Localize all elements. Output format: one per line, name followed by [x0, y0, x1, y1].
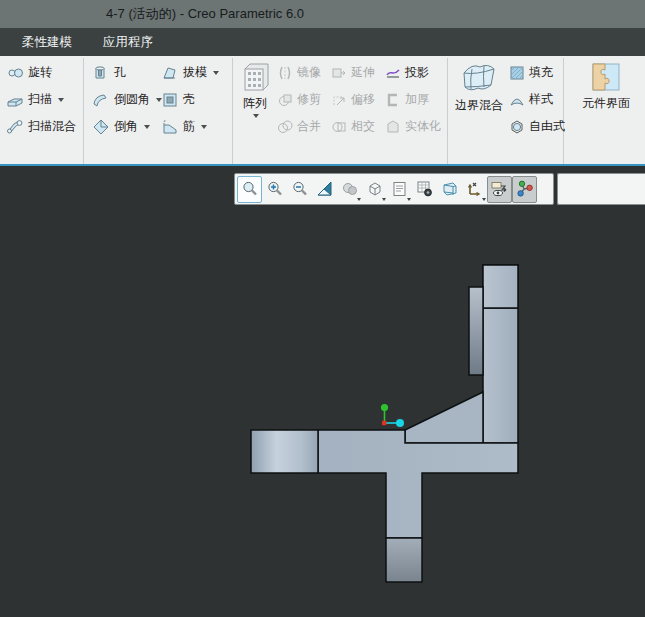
display-style-button[interactable]	[337, 176, 362, 203]
extend-icon	[331, 65, 347, 81]
repaint-button[interactable]	[312, 176, 337, 203]
project-label: 投影	[405, 64, 429, 81]
creo-window: 4-7 (活动的) - Creo Parametric 6.0 柔性建模 应用程…	[0, 0, 645, 617]
intersect-label: 相交	[351, 118, 375, 135]
rib-button[interactable]: 筋	[161, 116, 207, 137]
tab-flexible-modeling[interactable]: 柔性建模	[16, 28, 78, 56]
offset-label: 偏移	[351, 91, 375, 108]
style-label: 样式	[529, 91, 553, 108]
freestyle-button[interactable]: 自由式	[509, 116, 565, 137]
offset-icon	[331, 92, 347, 108]
revolve-button[interactable]: 旋转	[6, 62, 52, 83]
solidify-icon	[385, 119, 401, 135]
window-title: 4-7 (活动的) - Creo Parametric 6.0	[0, 0, 410, 28]
triad-y-handle[interactable]	[381, 404, 388, 411]
rib-icon	[161, 118, 179, 136]
fill-button[interactable]: 填充	[509, 62, 553, 83]
triad-x-handle[interactable]	[396, 419, 404, 427]
display-style-dropdown[interactable]	[357, 198, 361, 201]
round-button[interactable]: 倒圆角	[92, 89, 162, 110]
view-manager-dropdown[interactable]	[407, 198, 411, 201]
pattern-dropdown-arrow[interactable]	[253, 114, 259, 118]
view-manager-icon	[391, 180, 409, 198]
ribbon-tab-bar: 柔性建模 应用程序	[0, 28, 645, 56]
merge-button: 合并	[277, 116, 321, 137]
graphics-area[interactable]	[0, 166, 645, 617]
boundary-blend-icon	[460, 61, 498, 95]
freestyle-icon	[509, 119, 525, 135]
tab-applications[interactable]: 应用程序	[97, 28, 159, 56]
component-interface-icon	[590, 61, 622, 93]
fill-label: 填充	[529, 64, 553, 81]
rib-dropdown-arrow[interactable]	[201, 125, 207, 129]
saved-orientations-dropdown[interactable]	[382, 198, 386, 201]
annotation-display-button[interactable]	[487, 176, 512, 203]
view-manager-button[interactable]	[387, 176, 412, 203]
boundary-blend-button[interactable]: 边界混合	[450, 61, 508, 114]
zoom-out-button[interactable]	[287, 176, 312, 203]
style-button[interactable]: 样式	[509, 89, 553, 110]
draft-label: 拔模	[183, 64, 207, 81]
zoom-out-icon	[291, 180, 309, 198]
freestyle-label: 自由式	[529, 118, 565, 135]
ribbon: 旋转 扫描 扫描混合 形状 孔	[0, 56, 645, 164]
intersect-icon	[331, 119, 347, 135]
draft-icon	[161, 64, 179, 82]
component-interface-button[interactable]: 元件界面	[575, 61, 637, 112]
chamfer-dropdown-arrow[interactable]	[144, 125, 150, 129]
swept-blend-label: 扫描混合	[28, 118, 76, 135]
revolve-label: 旋转	[28, 64, 52, 81]
zoom-refit-button[interactable]	[237, 176, 262, 203]
draft-dropdown-arrow[interactable]	[213, 71, 219, 75]
shell-icon	[161, 91, 179, 109]
zoom-refit-icon	[241, 180, 259, 198]
shell-button[interactable]: 壳	[161, 89, 195, 110]
datum-display-button[interactable]	[462, 176, 487, 203]
triad-origin[interactable]	[382, 421, 386, 425]
perspective-button[interactable]	[437, 176, 462, 203]
pattern-icon	[240, 61, 270, 93]
fill-icon	[509, 65, 525, 81]
annotation-display-icon	[490, 180, 509, 198]
hole-icon	[92, 64, 110, 82]
solidify-label: 实体化	[405, 118, 441, 135]
display-style-icon	[341, 180, 359, 198]
pattern-button[interactable]: 阵列	[236, 61, 274, 118]
datum-display-dropdown[interactable]	[482, 198, 486, 201]
title-bar: 4-7 (活动的) - Creo Parametric 6.0	[0, 0, 645, 28]
boundary-blend-label: 边界混合	[455, 97, 503, 114]
chamfer-button[interactable]: 倒角	[92, 116, 150, 137]
zoom-in-icon	[266, 180, 284, 198]
mirror-icon	[277, 65, 293, 81]
thicken-label: 加厚	[405, 91, 429, 108]
swept-blend-button[interactable]: 扫描混合	[6, 116, 76, 137]
spin-center-button[interactable]	[512, 176, 537, 203]
saved-orientations-button[interactable]	[362, 176, 387, 203]
model-viewport	[0, 166, 645, 617]
chamfer-icon	[92, 118, 110, 136]
extend-button: 延伸	[331, 62, 375, 83]
datum-display-icon	[466, 180, 484, 198]
thicken-icon	[385, 92, 401, 108]
view-images-icon	[416, 180, 434, 198]
intersect-button: 相交	[331, 116, 375, 137]
graphics-toolbar-overflow[interactable]	[557, 173, 645, 205]
shell-label: 壳	[183, 91, 195, 108]
hole-button[interactable]: 孔	[92, 62, 126, 83]
component-interface-label: 元件界面	[582, 95, 630, 112]
offset-button: 偏移	[331, 89, 375, 110]
view-images-button[interactable]	[412, 176, 437, 203]
draft-button[interactable]: 拔模	[161, 62, 219, 83]
mirror-button: 镜像	[277, 62, 321, 83]
sweep-label: 扫描	[28, 91, 52, 108]
chamfer-label: 倒角	[114, 118, 138, 135]
sweep-dropdown-arrow[interactable]	[58, 98, 64, 102]
zoom-in-button[interactable]	[262, 176, 287, 203]
csys-triad[interactable]	[381, 404, 404, 427]
solidify-button: 实体化	[385, 116, 441, 137]
project-button[interactable]: 投影	[385, 62, 429, 83]
round-label: 倒圆角	[114, 91, 150, 108]
sweep-button[interactable]: 扫描	[6, 89, 64, 110]
trim-button: 修剪	[277, 89, 321, 110]
mirror-label: 镜像	[297, 64, 321, 81]
